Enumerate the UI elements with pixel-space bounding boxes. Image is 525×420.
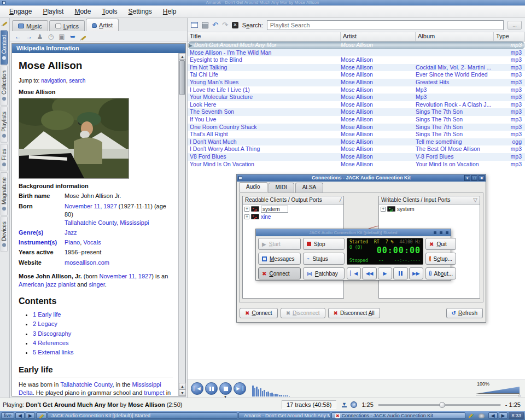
column-header-album[interactable]: Album — [416, 32, 494, 41]
start-button[interactable]: ▶Start — [258, 238, 301, 250]
playlist-row[interactable]: Eyesight to the BlindMose Allisonmp3 — [188, 56, 525, 64]
album-icon[interactable]: ▣ — [58, 33, 66, 40]
wiki-scrollbar[interactable]: ▲ ▲ ▼ — [178, 53, 185, 396]
connect-button[interactable]: ✖Connect — [240, 308, 278, 318]
more-button[interactable]: ... — [508, 21, 522, 30]
timer-icon[interactable] — [349, 400, 358, 409]
spectrum-analyzer[interactable] — [252, 382, 290, 396]
wiki-link[interactable]: 4 References — [33, 340, 68, 346]
seek-slider[interactable] — [378, 404, 501, 406]
playlist-row[interactable]: Mose Allison - I'm The Wild Manmp3 — [188, 49, 525, 57]
quit-button[interactable]: ✖Quit — [425, 238, 456, 250]
infobox-label[interactable]: Genre(s) — [19, 229, 65, 237]
configure-button[interactable] — [0, 18, 10, 29]
about-button[interactable]: iAbout... — [425, 267, 456, 279]
previous-track-button[interactable]: ▏◀ — [191, 382, 203, 395]
transport-play-button[interactable]: ▶ — [378, 267, 392, 279]
wiki-link[interactable]: pianist — [58, 281, 75, 288]
connect-button[interactable]: ✖Connect — [258, 267, 301, 279]
wiki-link[interactable]: trumpet — [144, 389, 164, 396]
wiki-link[interactable]: search — [69, 78, 85, 84]
scroll-up-icon[interactable]: ▲ — [179, 53, 186, 60]
toc-item[interactable]: 3 Discography — [33, 330, 173, 338]
artist-info-icon[interactable]: ♟ — [36, 33, 44, 40]
desktop-pager[interactable]: five — [1, 412, 14, 419]
browser-icon[interactable]: ➥ — [69, 33, 77, 40]
amarok-titlebar[interactable]: Amarok - Don't Get Around Much Any Mor b… — [0, 0, 525, 5]
shade-icon[interactable]: ▾ — [464, 175, 470, 181]
wiki-link[interactable]: 3 Discography — [33, 330, 71, 337]
sidebar-item-collection[interactable]: Collection — [1, 66, 8, 106]
playlist-row[interactable]: One Room Country ShackMose AllisonSings … — [188, 124, 525, 131]
tab-music[interactable]: Music — [12, 20, 48, 31]
playlist-row[interactable]: I'm Not TalkingMose AllisonCocktail Mix,… — [188, 64, 525, 72]
expand-icon[interactable] — [244, 214, 249, 219]
transport-pause-button[interactable] — [393, 267, 407, 279]
menu-mode[interactable]: Mode — [69, 7, 96, 16]
maximize-icon[interactable] — [440, 231, 442, 234]
show-desktop-icon[interactable] — [36, 412, 46, 419]
client-item-system[interactable]: system — [379, 205, 480, 213]
setup-button[interactable]: Setup... — [425, 253, 456, 265]
history-icon[interactable]: ◷ — [47, 33, 55, 40]
expand-icon[interactable] — [381, 207, 386, 212]
expand-icon[interactable] — [244, 207, 249, 212]
volume-marker-icon[interactable]: △ — [518, 393, 521, 396]
wiki-link[interactable]: November 11, 1927 — [65, 203, 117, 209]
wiki-link[interactable]: Tallahatchie County, Mississippi — [65, 219, 149, 226]
wiki-link[interactable]: November 11, 1927 — [100, 273, 152, 279]
taskbar-task[interactable]: ✖Connections - JACK Audio Connection Kit — [331, 412, 465, 419]
column-header-type[interactable]: Type — [494, 32, 525, 41]
refresh-button[interactable]: ↺Refresh — [446, 308, 483, 318]
status-button[interactable]: ⌁Status — [303, 253, 345, 265]
volume-slider[interactable]: 100% △ — [476, 382, 520, 396]
stop-button[interactable] — [219, 382, 232, 395]
sidebar-item-context[interactable]: Context — [1, 30, 8, 65]
close-icon[interactable] — [446, 231, 448, 234]
sidebar-item-magnatune[interactable]: Magnatune — [1, 172, 8, 215]
playlist-row[interactable]: I Don't Worry About A ThingMose AllisonT… — [188, 145, 525, 153]
toc-item[interactable]: 5 External links — [33, 348, 173, 357]
playlist-row[interactable]: Your Mind Is On VacationMose AllisonYour… — [188, 161, 525, 168]
menu-playlist[interactable]: Playlist — [38, 7, 68, 16]
wiki-link[interactable]: jazz — [46, 281, 57, 288]
rewind-to-start-button[interactable]: ▏◀ — [347, 267, 361, 279]
playlist-row[interactable]: The Seventh SonMose AllisonSings The 7th… — [188, 108, 525, 116]
menu-settings[interactable]: Settings — [123, 7, 156, 16]
maximize-icon[interactable]: □ — [471, 175, 477, 181]
undo-icon[interactable]: ↶ — [212, 21, 218, 28]
scrollbar-thumb[interactable] — [179, 60, 185, 95]
toc-item[interactable]: 1 Early life — [33, 311, 173, 319]
tray-scroll-right-icon[interactable]: ▶ — [499, 412, 508, 419]
client-item-system[interactable]: system — [243, 205, 343, 213]
sort-indicator-icon[interactable]: / — [340, 197, 341, 204]
pager-left-icon[interactable]: ◀ — [15, 412, 25, 419]
tab-artist[interactable]: Artist — [86, 19, 119, 31]
tray-app-icon[interactable] — [477, 411, 486, 420]
playlist-row[interactable]: ▶Don't Get Around Much Any MorMose Allis… — [188, 42, 525, 49]
writable-clients-header[interactable]: Writable Clients / Input Ports — [381, 197, 451, 204]
wiki-link[interactable]: Vocals — [83, 239, 101, 246]
playlist-row[interactable]: I Love the Life I Live (1)Mose AllisonMp… — [188, 86, 525, 94]
playlist-search-input[interactable] — [267, 20, 504, 30]
wiki-link[interactable]: moseallison.com — [65, 259, 109, 266]
column-header-title[interactable]: Title — [188, 32, 341, 41]
seek-knob[interactable] — [439, 402, 445, 408]
wiki-link[interactable]: 1 Early life — [33, 311, 61, 318]
patchbay-button[interactable]: ⋈Patchbay — [303, 267, 345, 279]
menu-engage[interactable]: Engage — [4, 7, 37, 16]
sidebar-item-files[interactable]: Files — [1, 144, 8, 171]
messages-button[interactable]: Messages — [258, 253, 301, 265]
qjackctl-titlebar[interactable]: JACK Audio Connection Kit [(default)] St… — [256, 229, 451, 236]
clear-search-icon[interactable]: ✕ — [232, 22, 238, 28]
wiki-link[interactable]: 5 External links — [33, 349, 74, 355]
wiki-link[interactable]: Piano — [65, 239, 80, 246]
sidebar-item-playlists[interactable]: Playlists — [1, 107, 8, 143]
disconnect-button[interactable]: ✖Disconnect — [281, 308, 325, 318]
wiki-link[interactable]: Jazz — [65, 229, 77, 236]
rewind-button[interactable]: ◀◀ — [362, 267, 376, 279]
taskbar-task[interactable]: JACK Audio Connection Kit [(default)] St… — [48, 412, 237, 419]
wiki-link[interactable]: navigation — [41, 78, 66, 84]
jack-tab-audio[interactable]: Audio — [239, 182, 267, 192]
menu-tools[interactable]: Tools — [97, 7, 122, 16]
